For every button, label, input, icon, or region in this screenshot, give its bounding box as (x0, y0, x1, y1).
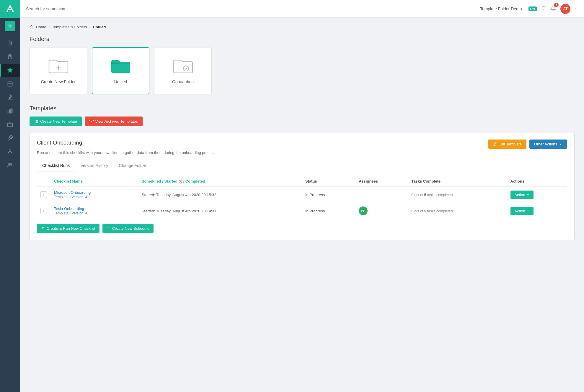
table-row: + Tesla Onboarding Template: (Version: 4… (37, 203, 567, 219)
row2-tasks: 0 out of 5 tasks completed. (411, 209, 454, 213)
onboarding-folder-icon (173, 58, 193, 75)
folder-card-create[interactable]: Create New Folder (30, 47, 87, 94)
svg-rect-13 (89, 120, 93, 121)
sidebar-item-reports[interactable] (0, 91, 20, 104)
th-scheduled-label: Scheduled / Started / Completed (142, 179, 205, 183)
svg-rect-5 (11, 109, 12, 113)
sidebar-item-charts[interactable] (0, 104, 20, 117)
svg-rect-4 (9, 110, 10, 113)
avatar[interactable]: AT (560, 4, 570, 14)
svg-rect-19 (107, 227, 110, 230)
topbar-right: Template Folder Demo ON 8 AT (480, 4, 578, 14)
search-input[interactable] (26, 6, 480, 11)
filter-icon[interactable] (541, 5, 546, 12)
badge-on: ON (528, 6, 537, 11)
create-template-button[interactable]: Create New Template (30, 117, 82, 126)
sidebar-item-settings[interactable] (0, 132, 20, 145)
template-buttons: Edit Template Other Actions (488, 140, 567, 149)
folder-onboarding-label: Onboarding (172, 79, 194, 84)
row1-expand-button[interactable]: + (40, 191, 47, 198)
assignee-avatar: PH (359, 206, 368, 215)
row1-status: In Progress (302, 187, 355, 203)
create-folder-icon (48, 58, 69, 75)
svg-rect-6 (8, 123, 13, 127)
folders-row: Create New Folder Unfiled (30, 47, 575, 94)
row2-action-button[interactable]: Action (510, 207, 534, 215)
create-schedule-button[interactable]: Create New Schedule (102, 224, 154, 233)
row2-checklist-name[interactable]: Tesla Onboarding (54, 206, 84, 211)
notification-badge: 8 (554, 3, 559, 7)
row1-assignees (355, 187, 408, 203)
th-tasks: Tasks Complete (408, 176, 507, 187)
svg-rect-1 (9, 55, 11, 55)
template-title: Client Onboarding (37, 140, 82, 146)
row1-started: Started: Tuesday, August 4th 2020 20:15:… (138, 187, 302, 203)
th-expand (37, 176, 50, 187)
unfiled-folder-icon (110, 58, 131, 75)
svg-point-8 (9, 163, 10, 165)
app-title: Template Folder Demo (480, 6, 522, 11)
row2-version: Template: (Version: 4) (54, 211, 89, 215)
avatar-dropdown-icon[interactable] (575, 7, 578, 11)
th-assignees: Assignees (355, 176, 408, 187)
list-icon (34, 119, 38, 124)
topbar: Template Folder Demo ON 8 AT (20, 0, 584, 18)
template-description: Run and share this checklist with your n… (37, 150, 567, 155)
tab-change-folder[interactable]: Change Folder (114, 160, 152, 171)
create-run-button[interactable]: Create & Run New Checklist (37, 224, 99, 233)
breadcrumb: Home / Templates & Folders / Unfiled (30, 25, 575, 29)
row1-action-button[interactable]: Action (510, 191, 534, 199)
pencil-icon (493, 142, 497, 146)
th-scheduled: Scheduled / Started / Completed (138, 176, 302, 187)
sidebar-item-team[interactable] (0, 159, 20, 172)
logo[interactable] (0, 0, 20, 18)
folder-card-unfiled[interactable]: Unfiled (92, 47, 149, 94)
sidebar-item-person[interactable] (0, 145, 20, 158)
add-button[interactable] (5, 21, 15, 31)
card-bottom-actions: Create & Run New Checklist Create New Sc… (37, 224, 567, 233)
row2-expand-button[interactable]: + (40, 208, 47, 214)
row1-tasks: 0 out of 5 tasks completed. (411, 193, 454, 197)
th-actions: Actions (507, 176, 567, 187)
archive-icon (89, 119, 94, 124)
sidebar-item-favorites[interactable] (0, 64, 20, 77)
th-status: Status (302, 176, 355, 187)
sidebar-item-documents[interactable] (0, 37, 20, 50)
notification-icon[interactable]: 8 (550, 5, 556, 12)
tab-version-history[interactable]: Version History (75, 160, 113, 171)
edit-template-button[interactable]: Edit Template (488, 140, 526, 149)
schedule-icon (107, 227, 110, 230)
svg-point-9 (11, 163, 12, 165)
checklist-run-icon (41, 227, 45, 230)
checklist-table: Checklist Name Scheduled / Started / Com… (37, 176, 567, 219)
main-wrap: Template Folder Demo ON 8 AT (20, 0, 584, 392)
chevron-down-icon (559, 142, 562, 146)
sidebar-item-briefcase[interactable] (0, 118, 20, 131)
page-content: Home / Templates & Folders / Unfiled Fol… (20, 18, 584, 392)
sidebar-item-calendar[interactable] (0, 77, 20, 90)
other-actions-button[interactable]: Other Actions (529, 140, 567, 149)
breadcrumb-templates[interactable]: Templates & Folders (52, 25, 87, 29)
view-archived-button[interactable]: View Archived Templates (85, 117, 143, 126)
row1-action-chevron (526, 193, 529, 196)
breadcrumb-current: Unfiled (93, 25, 106, 29)
templates-actions: Create New Template View Archived Templa… (30, 117, 575, 126)
svg-point-12 (183, 66, 189, 71)
sidebar (0, 0, 20, 392)
row1-checklist-name[interactable]: Microsoft Onboarding (54, 190, 91, 195)
templates-title: Templates (30, 105, 575, 112)
folder-unfiled-label: Unfiled (114, 79, 127, 84)
sidebar-item-checklists[interactable] (0, 50, 20, 63)
row2-assignees: PH (355, 203, 408, 219)
svg-rect-3 (8, 111, 9, 113)
svg-rect-2 (8, 82, 12, 86)
row2-started: Started: Tuesday, August 4th 2020 20:14:… (138, 203, 302, 219)
breadcrumb-home[interactable]: Home (36, 25, 46, 29)
tab-checklist-runs[interactable]: Checklist Runs (37, 160, 75, 171)
row2-status: In Progress (302, 203, 355, 219)
table-row: + Microsoft Onboarding Template: (Versio… (37, 187, 567, 203)
folder-card-onboarding[interactable]: Onboarding (154, 47, 212, 94)
home-icon (30, 25, 34, 29)
warning-icon (179, 180, 182, 183)
row1-version: Template: (Version: 4) (54, 195, 89, 199)
